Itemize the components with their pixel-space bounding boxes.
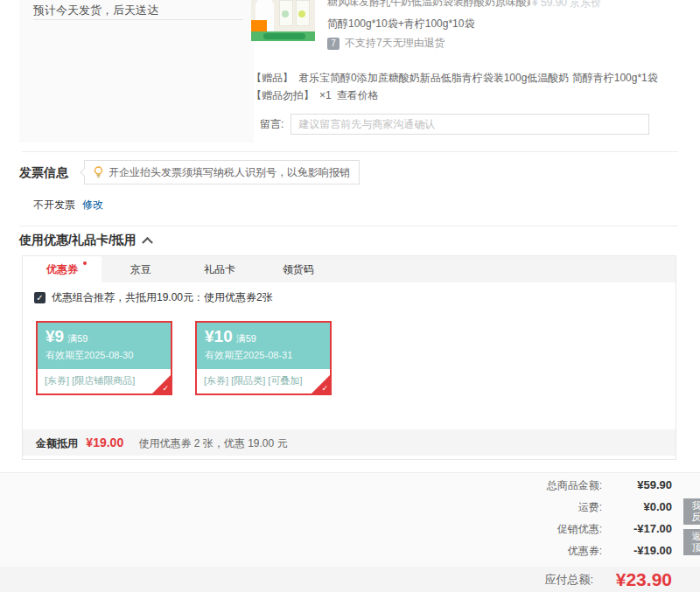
combo-note: 优惠组合推荐，共抵用19.00元：使用优惠券2张 xyxy=(52,290,273,305)
tab-jd-beans-label: 京豆 xyxy=(130,263,151,275)
total-value: ¥0.00 xyxy=(602,500,672,513)
combo-recommendation-row: ✓ 优惠组合推荐，共抵用19.00元：使用优惠券2张 xyxy=(34,290,273,305)
gift-row: 【赠品】君乐宝简醇0添加蔗糖酸奶新品低脂青柠袋装100g低温酸奶 简醇青柠100… xyxy=(251,69,678,104)
tab-coupon[interactable]: 优惠券 xyxy=(23,256,102,282)
discount-section-title[interactable]: 使用优惠/礼品卡/抵用 xyxy=(19,233,151,248)
checkout-page: 预计今天发货，后天送达 糖风味发酵乳牛奶低温奶袋装醇酸奶原味酸奶 简醇 简醇10… xyxy=(0,0,700,592)
invoice-current: 不开发票修改 xyxy=(33,198,103,212)
lightbulb-icon xyxy=(94,166,103,178)
tab-jd-beans[interactable]: 京豆 xyxy=(102,256,180,282)
tab-gift-card[interactable]: 礼品卡 xyxy=(180,256,259,282)
coupon-top: ¥9满59 有效期至2025-08-30 xyxy=(38,323,171,369)
tab-pickup-code-label: 领货码 xyxy=(283,263,314,275)
view-price-link[interactable]: 查看价格 xyxy=(337,89,379,101)
delivery-panel: 预计今天发货，后天送达 xyxy=(19,0,254,143)
order-summary: 总商品金额: ¥59.90 运费: ¥0.00 促销优惠: -¥17.00 优惠… xyxy=(0,472,700,568)
payable-row: 应付总额: ¥23.90 xyxy=(471,567,672,592)
check-icon: ✓ xyxy=(162,384,169,393)
coupon-amount: ¥9 xyxy=(46,327,64,345)
gift-text: 君乐宝简醇0添加蔗糖酸奶新品低脂青柠袋装100g低温酸奶 简醇青柠100g*1袋… xyxy=(251,72,658,101)
coupon-amount: ¥10 xyxy=(205,327,233,345)
deduction-summary-row: 金额抵用 ¥19.00 使用优惠券 2 张，优惠 19.00 元 xyxy=(23,429,676,456)
new-badge-dot-icon xyxy=(83,261,87,265)
product-title-line1[interactable]: 糖风味发酵乳牛奶低温奶袋装醇酸奶原味酸奶 简醇 xyxy=(327,0,530,10)
total-label: 运费: xyxy=(480,500,602,515)
invoice-edit-link[interactable]: 修改 xyxy=(82,198,103,211)
total-row-goods: 总商品金额: ¥59.90 xyxy=(480,478,672,493)
coupon-card[interactable]: ¥10满59 有效期至2025-08-31 [东券] [限品类] [可叠加] ✓ xyxy=(195,321,332,395)
discount-tab-bar: 优惠券 京豆 礼品卡 领货码 xyxy=(23,256,676,282)
tab-pickup-code[interactable]: 领货码 xyxy=(259,256,338,282)
delivery-note: 预计今天发货，后天送达 xyxy=(33,3,158,18)
total-label: 优惠券: xyxy=(480,544,602,559)
deduction-label: 金额抵用 xyxy=(36,437,78,449)
message-label: 留言: xyxy=(260,117,284,132)
discount-title-text: 使用优惠/礼品卡/抵用 xyxy=(19,233,136,247)
product-image-accent xyxy=(282,10,289,17)
total-row-coupon: 优惠券: -¥19.00 xyxy=(480,544,672,559)
combo-checkbox[interactable]: ✓ xyxy=(34,292,46,303)
chevron-up-icon[interactable] xyxy=(142,237,153,248)
discount-tab-panel: 优惠券 京豆 礼品卡 领货码 ✓ 优惠组合推荐，共抵用19.00元：使用优惠券2… xyxy=(22,255,676,460)
coupon-top: ¥10满59 有效期至2025-08-31 xyxy=(197,323,330,369)
product-title-line2[interactable]: 简醇100g*10袋+青柠100g*10袋 xyxy=(327,17,474,31)
coupon-condition: 满59 xyxy=(67,333,88,344)
payable-band: 应付总额: ¥23.90 xyxy=(0,567,700,592)
no-return-row: 7 不支持7天无理由退货 xyxy=(327,36,445,51)
deduction-amount: ¥19.00 xyxy=(86,435,123,449)
product-image-banner-pill xyxy=(263,33,305,39)
coupon-card[interactable]: ¥9满59 有效期至2025-08-30 [东券] [限店铺限商品] ✓ xyxy=(36,321,172,395)
tab-gift-card-label: 礼品卡 xyxy=(204,263,235,275)
product-price: ¥ 59.90 京东价 xyxy=(532,0,601,10)
check-icon: ✓ xyxy=(321,384,328,393)
divider xyxy=(33,19,243,20)
coupon-tags: [东券] [限品类] [可叠加] xyxy=(204,374,302,387)
invoice-section-title: 发票信息 xyxy=(19,165,68,181)
divider xyxy=(19,226,678,226)
tab-coupon-label: 优惠券 xyxy=(46,263,78,275)
product-image-banner xyxy=(251,31,315,41)
invoice-current-value: 不开发票 xyxy=(33,198,75,211)
invoice-tip-text: 开企业抬头发票须填写纳税人识别号，以免影响报销 xyxy=(108,165,350,180)
coupon-validity: 有效期至2025-08-31 xyxy=(205,349,330,362)
product-image-tag xyxy=(251,20,267,31)
seven-day-icon: 7 xyxy=(327,38,340,50)
coupon-validity: 有效期至2025-08-30 xyxy=(46,349,171,362)
message-input[interactable] xyxy=(290,114,649,135)
gift-quantity: ×1 xyxy=(319,89,332,101)
deduction-detail: 使用优惠券 2 张，优惠 19.00 元 xyxy=(139,437,288,449)
divider xyxy=(22,151,678,152)
back-to-top-button[interactable]: 返 顶 xyxy=(683,529,700,555)
message-row: 留言: xyxy=(260,114,649,135)
total-label: 总商品金额: xyxy=(480,478,602,493)
total-row-promotion: 促销优惠: -¥17.00 xyxy=(480,522,672,537)
product-image[interactable] xyxy=(251,0,315,41)
total-label: 促销优惠: xyxy=(480,522,602,537)
total-value: ¥59.90 xyxy=(602,478,672,491)
total-value: -¥17.00 xyxy=(602,522,672,535)
payable-label: 应付总额: xyxy=(471,572,593,588)
total-value: -¥19.00 xyxy=(602,544,672,557)
payable-value: ¥23.90 xyxy=(593,569,672,590)
gift-label: 【赠品】 xyxy=(251,72,293,84)
total-row-shipping: 运费: ¥0.00 xyxy=(480,500,672,515)
coupon-condition: 满59 xyxy=(236,333,256,344)
invoice-tip-bubble: 开企业抬头发票须填写纳税人识别号，以免影响报销 xyxy=(84,160,360,185)
product-image-accent xyxy=(298,10,305,17)
coupon-tags: [东券] [限店铺限商品] xyxy=(45,374,135,387)
no-return-text: 不支持7天无理由退货 xyxy=(345,36,445,51)
feedback-button[interactable]: 我 反 xyxy=(683,498,700,525)
